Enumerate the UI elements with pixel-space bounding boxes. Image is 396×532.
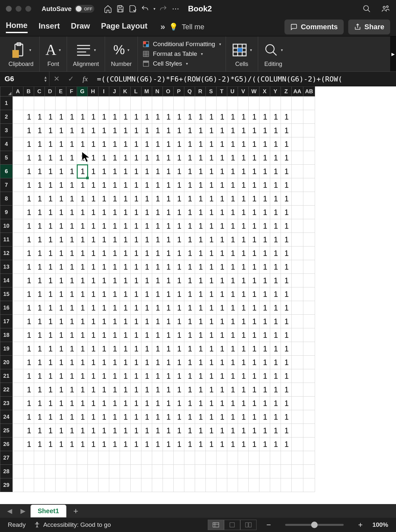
cell[interactable] [13, 274, 23, 287]
cell[interactable] [227, 465, 238, 478]
cell[interactable]: 1 [163, 178, 174, 192]
cell[interactable] [217, 465, 227, 478]
cell[interactable]: 1 [45, 206, 56, 219]
cell[interactable]: 1 [195, 233, 206, 247]
cell[interactable]: 1 [56, 437, 66, 451]
cell[interactable] [13, 410, 23, 424]
zoom-slider[interactable] [285, 524, 344, 526]
cell[interactable]: 1 [141, 287, 152, 301]
cell[interactable]: 1 [131, 124, 141, 137]
cell[interactable] [77, 451, 88, 465]
cell[interactable]: 1 [109, 328, 120, 342]
cell[interactable]: 1 [195, 165, 206, 178]
column-header[interactable]: G [77, 87, 88, 96]
cell[interactable]: 1 [217, 247, 227, 260]
cell[interactable]: 1 [217, 192, 227, 206]
cell[interactable] [303, 410, 315, 424]
cell[interactable] [303, 247, 315, 260]
cell[interactable]: 1 [66, 247, 77, 260]
row-header[interactable]: 14 [0, 274, 13, 287]
cell[interactable]: 1 [249, 151, 259, 165]
cell[interactable] [292, 219, 303, 233]
cell[interactable]: 1 [34, 301, 45, 315]
cell[interactable]: 1 [56, 383, 66, 397]
cell[interactable]: 1 [99, 233, 109, 247]
cell[interactable]: 1 [249, 110, 259, 124]
cell[interactable]: 1 [99, 274, 109, 287]
cell[interactable]: 1 [34, 287, 45, 301]
cell[interactable] [206, 465, 217, 478]
cell[interactable]: 1 [23, 410, 34, 424]
cell[interactable]: 1 [259, 342, 270, 356]
cell[interactable] [23, 451, 34, 465]
cell[interactable]: 1 [45, 165, 56, 178]
spreadsheet-grid[interactable]: ABCDEFGHIJKLMNOPQRSTUVWXYZAAAB1211111111… [0, 86, 396, 504]
cell[interactable]: 1 [195, 124, 206, 137]
cell[interactable]: 1 [227, 410, 238, 424]
column-header[interactable]: O [163, 87, 174, 96]
cell[interactable]: 1 [77, 206, 88, 219]
cell[interactable]: 1 [270, 287, 281, 301]
cell[interactable]: 1 [227, 247, 238, 260]
cancel-formula-button[interactable]: ✕ [49, 72, 64, 86]
cell[interactable]: 1 [281, 397, 292, 410]
cell[interactable]: 1 [238, 247, 249, 260]
cell[interactable]: 1 [281, 260, 292, 274]
cell[interactable]: 1 [66, 274, 77, 287]
cell[interactable]: 1 [195, 342, 206, 356]
cell[interactable]: 1 [152, 192, 163, 206]
column-header[interactable]: K [120, 87, 131, 96]
cell[interactable] [13, 192, 23, 206]
cell[interactable]: 1 [109, 369, 120, 383]
cell[interactable]: 1 [195, 260, 206, 274]
cell[interactable] [152, 96, 163, 110]
cell[interactable]: 1 [131, 219, 141, 233]
column-header[interactable]: Y [270, 87, 281, 96]
accept-formula-button[interactable]: ✓ [64, 72, 78, 86]
cell[interactable]: 1 [34, 410, 45, 424]
cell[interactable]: 1 [249, 328, 259, 342]
cell[interactable]: 1 [131, 206, 141, 219]
cell[interactable] [13, 178, 23, 192]
cell[interactable]: 1 [281, 356, 292, 369]
cell[interactable]: 1 [152, 206, 163, 219]
autosave-toggle[interactable]: AutoSave OFF [42, 5, 94, 13]
cell[interactable] [227, 96, 238, 110]
cell[interactable]: 1 [249, 315, 259, 328]
tab-insert[interactable]: Insert [39, 21, 60, 32]
column-header[interactable]: U [227, 87, 238, 96]
cell[interactable]: 1 [259, 356, 270, 369]
cell[interactable]: 1 [174, 165, 184, 178]
cell[interactable]: 1 [163, 437, 174, 451]
cell[interactable]: 1 [163, 192, 174, 206]
cell[interactable]: 1 [206, 178, 217, 192]
cell[interactable]: 1 [195, 410, 206, 424]
cell[interactable]: 1 [34, 274, 45, 287]
cell[interactable] [249, 478, 259, 492]
cell[interactable]: 1 [34, 424, 45, 437]
cell[interactable] [227, 451, 238, 465]
cell[interactable]: 1 [88, 110, 99, 124]
cell[interactable] [66, 451, 77, 465]
cell[interactable]: 1 [141, 437, 152, 451]
cell[interactable]: 1 [195, 247, 206, 260]
cell[interactable]: 1 [281, 315, 292, 328]
cell[interactable]: 1 [281, 369, 292, 383]
cell[interactable]: 1 [45, 424, 56, 437]
row-header[interactable]: 16 [0, 301, 13, 315]
redo-icon[interactable] [159, 4, 168, 13]
cell[interactable]: 1 [174, 110, 184, 124]
cell[interactable]: 1 [109, 206, 120, 219]
cell[interactable]: 1 [195, 437, 206, 451]
cell[interactable]: 1 [131, 437, 141, 451]
cell[interactable]: 1 [249, 178, 259, 192]
cell[interactable]: 1 [141, 110, 152, 124]
cell[interactable]: 1 [99, 247, 109, 260]
cell[interactable] [259, 96, 270, 110]
cell[interactable]: 1 [249, 424, 259, 437]
cell[interactable]: 1 [88, 369, 99, 383]
cell[interactable]: 1 [34, 165, 45, 178]
cell[interactable]: 1 [109, 383, 120, 397]
cell[interactable]: 1 [206, 110, 217, 124]
cell[interactable]: 1 [206, 315, 217, 328]
